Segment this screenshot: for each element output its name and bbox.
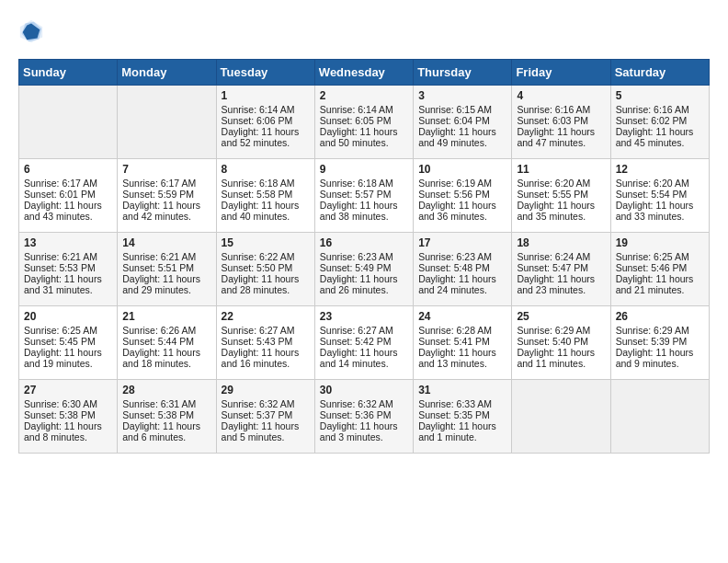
day-number: 17 [418, 236, 506, 249]
daylight-text: Daylight: 11 hours and 19 minutes. [24, 347, 112, 369]
day-number: 14 [122, 236, 210, 249]
sunrise-text: Sunrise: 6:14 AM [320, 104, 408, 115]
sunset-text: Sunset: 5:57 PM [320, 189, 408, 200]
daylight-text: Daylight: 11 hours and 13 minutes. [418, 347, 506, 369]
daylight-text: Daylight: 11 hours and 21 minutes. [616, 273, 704, 295]
daylight-text: Daylight: 11 hours and 1 minute. [418, 420, 506, 442]
daylight-text: Daylight: 11 hours and 3 minutes. [320, 420, 408, 442]
calendar-cell: 15Sunrise: 6:22 AMSunset: 5:50 PMDayligh… [216, 233, 314, 306]
sunrise-text: Sunrise: 6:18 AM [222, 178, 310, 189]
sunrise-text: Sunrise: 6:16 AM [517, 104, 605, 115]
sunset-text: Sunset: 5:49 PM [320, 262, 408, 273]
calendar-cell: 23Sunrise: 6:27 AMSunset: 5:42 PMDayligh… [314, 306, 413, 380]
daylight-text: Daylight: 11 hours and 18 minutes. [122, 347, 210, 369]
sunrise-text: Sunrise: 6:23 AM [418, 251, 506, 262]
day-number: 28 [122, 384, 210, 396]
sunrise-text: Sunrise: 6:25 AM [24, 325, 112, 336]
column-header-monday: Monday [118, 60, 216, 86]
calendar-week-row: 13Sunrise: 6:21 AMSunset: 5:53 PMDayligh… [19, 233, 710, 306]
calendar-cell: 28Sunrise: 6:31 AMSunset: 5:38 PMDayligh… [118, 380, 216, 454]
sunset-text: Sunset: 5:50 PM [222, 262, 310, 273]
day-number: 19 [616, 236, 704, 249]
sunrise-text: Sunrise: 6:25 AM [616, 251, 704, 262]
day-number: 15 [222, 236, 310, 249]
sunset-text: Sunset: 5:55 PM [517, 189, 605, 200]
sunrise-text: Sunrise: 6:27 AM [320, 325, 408, 336]
sunrise-text: Sunrise: 6:24 AM [517, 251, 605, 262]
calendar-cell: 13Sunrise: 6:21 AMSunset: 5:53 PMDayligh… [19, 233, 118, 306]
sunrise-text: Sunrise: 6:21 AM [122, 251, 210, 262]
daylight-text: Daylight: 11 hours and 35 minutes. [517, 200, 605, 222]
sunset-text: Sunset: 5:45 PM [24, 336, 112, 347]
day-number: 1 [222, 89, 310, 102]
daylight-text: Daylight: 11 hours and 28 minutes. [222, 273, 310, 295]
sunset-text: Sunset: 5:35 PM [418, 409, 506, 420]
calendar-cell [19, 86, 118, 159]
sunrise-text: Sunrise: 6:14 AM [222, 104, 310, 115]
sunrise-text: Sunrise: 6:27 AM [222, 325, 310, 336]
daylight-text: Daylight: 11 hours and 31 minutes. [24, 273, 112, 295]
day-number: 25 [517, 310, 605, 323]
sunrise-text: Sunrise: 6:16 AM [616, 104, 704, 115]
column-header-friday: Friday [512, 60, 610, 86]
calendar-header-row: SundayMondayTuesdayWednesdayThursdayFrid… [19, 60, 710, 86]
calendar-cell: 1Sunrise: 6:14 AMSunset: 6:06 PMDaylight… [216, 86, 314, 159]
day-number: 12 [616, 163, 704, 176]
sunset-text: Sunset: 5:40 PM [517, 336, 605, 347]
day-number: 30 [320, 384, 408, 396]
sunrise-text: Sunrise: 6:22 AM [222, 251, 310, 262]
day-number: 4 [517, 89, 605, 102]
daylight-text: Daylight: 11 hours and 42 minutes. [122, 200, 210, 222]
calendar-cell: 16Sunrise: 6:23 AMSunset: 5:49 PMDayligh… [314, 233, 413, 306]
calendar-cell: 27Sunrise: 6:30 AMSunset: 5:38 PMDayligh… [19, 380, 118, 454]
sunset-text: Sunset: 5:38 PM [122, 409, 210, 420]
sunrise-text: Sunrise: 6:31 AM [122, 398, 210, 409]
sunset-text: Sunset: 5:53 PM [24, 262, 112, 273]
calendar-cell: 6Sunrise: 6:17 AMSunset: 6:01 PMDaylight… [19, 159, 118, 233]
calendar-cell: 11Sunrise: 6:20 AMSunset: 5:55 PMDayligh… [512, 159, 610, 233]
sunrise-text: Sunrise: 6:19 AM [418, 178, 506, 189]
daylight-text: Daylight: 11 hours and 5 minutes. [222, 420, 310, 442]
calendar-cell: 7Sunrise: 6:17 AMSunset: 5:59 PMDaylight… [118, 159, 216, 233]
calendar-cell: 8Sunrise: 6:18 AMSunset: 5:58 PMDaylight… [216, 159, 314, 233]
calendar-cell: 10Sunrise: 6:19 AMSunset: 5:56 PMDayligh… [414, 159, 512, 233]
sunset-text: Sunset: 5:56 PM [418, 189, 506, 200]
sunset-text: Sunset: 5:46 PM [616, 262, 704, 273]
daylight-text: Daylight: 11 hours and 24 minutes. [418, 273, 506, 295]
daylight-text: Daylight: 11 hours and 49 minutes. [418, 126, 506, 148]
calendar-week-row: 6Sunrise: 6:17 AMSunset: 6:01 PMDaylight… [19, 159, 710, 233]
calendar-cell: 2Sunrise: 6:14 AMSunset: 6:05 PMDaylight… [314, 86, 413, 159]
sunset-text: Sunset: 5:37 PM [222, 409, 310, 420]
sunrise-text: Sunrise: 6:32 AM [222, 398, 310, 409]
sunrise-text: Sunrise: 6:20 AM [616, 178, 704, 189]
day-number: 5 [616, 89, 704, 102]
calendar-cell [118, 86, 216, 159]
calendar-cell: 25Sunrise: 6:29 AMSunset: 5:40 PMDayligh… [512, 306, 610, 380]
calendar-cell: 3Sunrise: 6:15 AMSunset: 6:04 PMDaylight… [414, 86, 512, 159]
sunset-text: Sunset: 5:41 PM [418, 336, 506, 347]
calendar-cell: 31Sunrise: 6:33 AMSunset: 5:35 PMDayligh… [414, 380, 512, 454]
calendar-cell: 17Sunrise: 6:23 AMSunset: 5:48 PMDayligh… [414, 233, 512, 306]
calendar-table: SundayMondayTuesdayWednesdayThursdayFrid… [18, 59, 710, 454]
sunrise-text: Sunrise: 6:17 AM [24, 178, 112, 189]
calendar-cell: 19Sunrise: 6:25 AMSunset: 5:46 PMDayligh… [610, 233, 709, 306]
sunset-text: Sunset: 6:01 PM [24, 189, 112, 200]
daylight-text: Daylight: 11 hours and 47 minutes. [517, 126, 605, 148]
day-number: 20 [24, 310, 112, 323]
calendar-week-row: 1Sunrise: 6:14 AMSunset: 6:06 PMDaylight… [19, 86, 710, 159]
day-number: 29 [222, 384, 310, 396]
sunset-text: Sunset: 5:47 PM [517, 262, 605, 273]
sunset-text: Sunset: 5:59 PM [122, 189, 210, 200]
daylight-text: Daylight: 11 hours and 38 minutes. [320, 200, 408, 222]
daylight-text: Daylight: 11 hours and 9 minutes. [616, 347, 704, 369]
column-header-saturday: Saturday [610, 60, 709, 86]
calendar-cell: 22Sunrise: 6:27 AMSunset: 5:43 PMDayligh… [216, 306, 314, 380]
sunset-text: Sunset: 5:38 PM [24, 409, 112, 420]
day-number: 31 [418, 384, 506, 396]
day-number: 23 [320, 310, 408, 323]
calendar-cell: 29Sunrise: 6:32 AMSunset: 5:37 PMDayligh… [216, 380, 314, 454]
calendar-cell: 4Sunrise: 6:16 AMSunset: 6:03 PMDaylight… [512, 86, 610, 159]
calendar-cell: 14Sunrise: 6:21 AMSunset: 5:51 PMDayligh… [118, 233, 216, 306]
column-header-sunday: Sunday [19, 60, 118, 86]
day-number: 6 [24, 163, 112, 176]
